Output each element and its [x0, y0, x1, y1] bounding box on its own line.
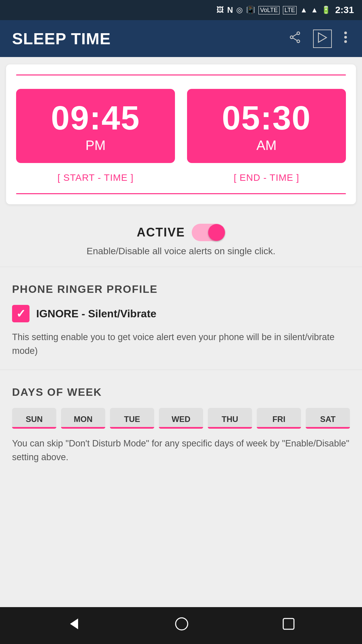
active-section: ACTIVE Enable/Disable all voice alerts o… — [0, 212, 362, 263]
signal2-icon: ▲ — [311, 6, 318, 14]
n-icon: N — [227, 5, 233, 15]
svg-rect-11 — [283, 619, 294, 629]
phone-ringer-title: PHONE RINGER PROFILE — [12, 283, 350, 296]
day-fri[interactable]: FRI — [257, 408, 301, 429]
svg-point-10 — [176, 618, 188, 630]
days-row: SUN MON TUE WED THU FRI SAT — [12, 408, 350, 429]
battery-icon: 🔋 — [321, 6, 330, 14]
start-time-box[interactable]: 09:45 PM — [16, 89, 175, 163]
ignore-checkbox[interactable]: ✓ — [12, 305, 29, 322]
app-bar-actions — [286, 29, 350, 49]
svg-point-8 — [344, 40, 347, 43]
time-card-top-line — [16, 74, 346, 75]
svg-marker-5 — [318, 33, 326, 42]
target-icon: ◎ — [236, 6, 243, 14]
toggle-knob — [208, 224, 225, 241]
svg-marker-9 — [70, 619, 78, 629]
day-wed[interactable]: WED — [159, 408, 203, 429]
end-time-digits: 05:30 — [222, 101, 311, 135]
day-sun[interactable]: SUN — [12, 408, 56, 429]
svg-line-4 — [293, 38, 297, 41]
status-icons: 🖼 N ◎ 📳 VoLTE LTE ▲ ▲ 🔋 — [217, 5, 330, 15]
app-title: SLEEP TIME — [12, 30, 280, 48]
recent-button[interactable] — [275, 613, 303, 638]
phone-ringer-description: This setting enable you to get voice ale… — [12, 330, 350, 358]
day-sun-label: SUN — [26, 415, 43, 424]
photo-icon: 🖼 — [217, 6, 224, 14]
days-description: You can skip "Don't Disturb Mode" for an… — [12, 437, 350, 464]
svg-point-6 — [344, 32, 347, 34]
lte-icon: LTE — [283, 6, 297, 14]
active-label: ACTIVE — [137, 225, 185, 239]
day-fri-label: FRI — [273, 415, 286, 424]
ignore-checkbox-row: ✓ IGNORE - Silent/Vibrate — [12, 305, 350, 322]
days-title: DAYS OF WEEK — [12, 386, 350, 398]
svg-point-2 — [290, 36, 293, 39]
bottom-nav — [0, 607, 362, 644]
volte-icon: VoLTE — [258, 6, 280, 14]
active-toggle[interactable] — [192, 224, 225, 241]
home-button[interactable] — [167, 612, 196, 639]
day-tue[interactable]: TUE — [110, 408, 154, 429]
start-time-digits: 09:45 — [51, 101, 140, 135]
active-row: ACTIVE — [137, 224, 225, 241]
share-button[interactable] — [286, 29, 304, 49]
time-labels-row: [ START - TIME ] [ END - TIME ] — [16, 172, 346, 183]
day-tue-label: TUE — [124, 415, 140, 424]
time-card: 09:45 PM 05:30 AM [ START - TIME ] [ END… — [6, 64, 356, 204]
day-sat[interactable]: SAT — [306, 408, 350, 429]
time-boxes: 09:45 PM 05:30 AM — [16, 89, 346, 163]
end-time-period: AM — [256, 138, 277, 153]
end-time-label: [ END - TIME ] — [234, 172, 299, 183]
svg-line-3 — [293, 34, 297, 37]
day-mon[interactable]: MON — [61, 408, 105, 429]
status-time: 2:31 — [335, 5, 354, 15]
day-sat-label: SAT — [320, 415, 336, 424]
day-thu-label: THU — [222, 415, 238, 424]
signal1-icon: ▲ — [300, 6, 307, 14]
day-wed-label: WED — [172, 415, 190, 424]
day-mon-label: MON — [74, 415, 93, 424]
active-description: Enable/Disable all voice alerts on singl… — [86, 246, 275, 257]
status-bar: 🖼 N ◎ 📳 VoLTE LTE ▲ ▲ 🔋 2:31 — [0, 0, 362, 20]
day-thu[interactable]: THU — [208, 408, 252, 429]
main-content: 09:45 PM 05:30 AM [ START - TIME ] [ END… — [0, 57, 362, 607]
vibrate-icon: 📳 — [246, 6, 255, 14]
check-icon: ✓ — [16, 307, 25, 320]
days-of-week-section: DAYS OF WEEK SUN MON TUE WED THU FRI SAT — [0, 374, 362, 472]
app-bar: SLEEP TIME — [0, 20, 362, 57]
time-card-bottom-line — [16, 193, 346, 194]
end-time-box[interactable]: 05:30 AM — [187, 89, 346, 163]
svg-point-1 — [297, 40, 300, 43]
divider-1 — [0, 267, 362, 267]
more-options-button[interactable] — [341, 29, 350, 49]
start-time-period: PM — [85, 138, 106, 153]
back-button[interactable] — [59, 612, 89, 639]
play-store-button[interactable] — [313, 30, 332, 48]
svg-point-0 — [297, 32, 300, 35]
divider-2 — [0, 370, 362, 370]
phone-ringer-section: PHONE RINGER PROFILE ✓ IGNORE - Silent/V… — [0, 271, 362, 366]
ignore-label: IGNORE - Silent/Vibrate — [36, 308, 157, 320]
start-time-label: [ START - TIME ] — [57, 172, 133, 183]
svg-point-7 — [344, 36, 347, 39]
